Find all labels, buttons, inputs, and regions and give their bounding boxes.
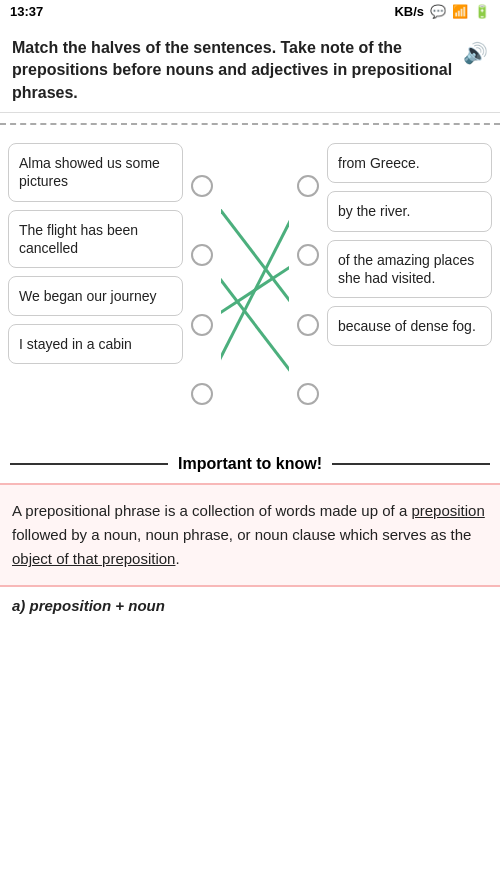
left-line bbox=[10, 463, 168, 465]
left-dots bbox=[183, 143, 221, 437]
svg-line-2 bbox=[221, 255, 289, 325]
left-item-1[interactable]: The flight has been cancelled bbox=[8, 210, 183, 268]
info-text-1: A prepositional phrase is a collection o… bbox=[12, 502, 411, 519]
right-dot-2[interactable] bbox=[297, 314, 319, 336]
left-dot-0[interactable] bbox=[191, 175, 213, 197]
speed-label: KB/s bbox=[394, 4, 424, 19]
left-dot-2[interactable] bbox=[191, 314, 213, 336]
italic-label: a) preposition + noun bbox=[12, 597, 165, 614]
connector-svg bbox=[221, 143, 289, 437]
important-section: Important to know! bbox=[0, 445, 500, 483]
right-dot-0[interactable] bbox=[297, 175, 319, 197]
whatsapp-icon: 💬 bbox=[430, 4, 446, 19]
svg-line-1 bbox=[221, 255, 289, 394]
italic-section: a) preposition + noun bbox=[0, 587, 500, 624]
right-item-3[interactable]: because of dense fog. bbox=[327, 306, 492, 346]
info-link-2[interactable]: object of that preposition bbox=[12, 550, 175, 567]
status-icons: KB/s 💬 📶 🔋 bbox=[394, 4, 490, 19]
right-item-1[interactable]: by the river. bbox=[327, 191, 492, 231]
instruction-text: Match the halves of the sentences. Take … bbox=[12, 37, 455, 104]
right-dots bbox=[289, 143, 327, 437]
left-dot-3[interactable] bbox=[191, 383, 213, 405]
info-text-2: followed by a noun, noun phrase, or noun… bbox=[12, 526, 471, 543]
svg-line-3 bbox=[221, 186, 289, 395]
instruction-block: Match the halves of the sentences. Take … bbox=[0, 23, 500, 113]
connector-area bbox=[221, 143, 289, 437]
time-display: 13:37 bbox=[10, 4, 43, 19]
left-item-3[interactable]: I stayed in a cabin bbox=[8, 324, 183, 364]
dashed-separator bbox=[0, 123, 500, 125]
matching-area: Alma showed us some picturesThe flight h… bbox=[0, 135, 500, 445]
status-bar: 13:37 KB/s 💬 📶 🔋 bbox=[0, 0, 500, 23]
important-text: Important to know! bbox=[178, 455, 322, 473]
info-text-3: . bbox=[175, 550, 179, 567]
speaker-icon[interactable]: 🔊 bbox=[463, 39, 488, 67]
svg-line-0 bbox=[221, 186, 289, 325]
signal-icon: 📶 bbox=[452, 4, 468, 19]
right-column: from Greece.by the river.of the amazing … bbox=[327, 143, 492, 437]
battery-icon: 🔋 bbox=[474, 4, 490, 19]
right-item-2[interactable]: of the amazing places she had visited. bbox=[327, 240, 492, 298]
right-item-0[interactable]: from Greece. bbox=[327, 143, 492, 183]
right-dot-3[interactable] bbox=[297, 383, 319, 405]
info-link-1[interactable]: preposition bbox=[411, 502, 484, 519]
left-dot-1[interactable] bbox=[191, 244, 213, 266]
left-item-0[interactable]: Alma showed us some pictures bbox=[8, 143, 183, 201]
info-box: A prepositional phrase is a collection o… bbox=[0, 483, 500, 587]
left-item-2[interactable]: We began our journey bbox=[8, 276, 183, 316]
right-line bbox=[332, 463, 490, 465]
left-column: Alma showed us some picturesThe flight h… bbox=[8, 143, 183, 437]
right-dot-1[interactable] bbox=[297, 244, 319, 266]
